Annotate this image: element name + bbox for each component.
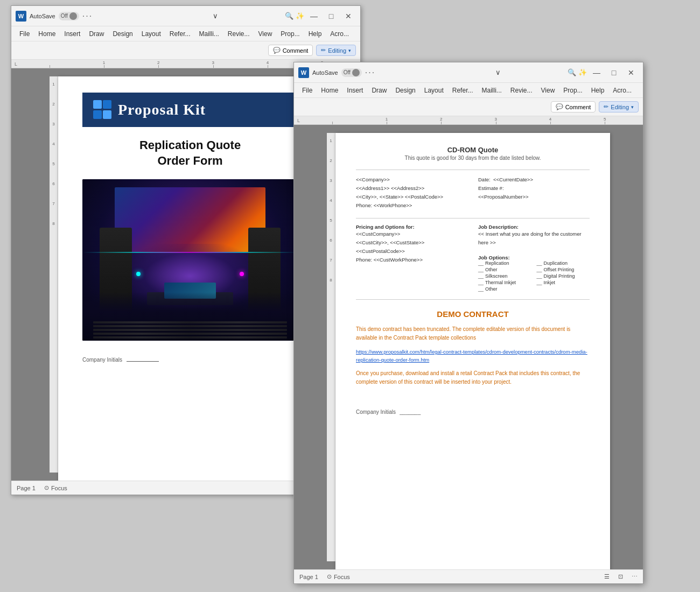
pricing-col: Pricing and Options for: <<CustCompany>>… <box>356 224 467 292</box>
job-options-label: Job Options: <box>478 255 590 260</box>
company-field: <<Company>> <box>356 175 467 184</box>
close-btn-1[interactable]: ✕ <box>341 10 356 22</box>
menu-refer-2[interactable]: Refer... <box>449 85 477 96</box>
title-arrows-1: ∨ <box>213 12 218 20</box>
phone-field: Phone: <<WorkPhone>> <box>356 201 467 210</box>
menu-mail-2[interactable]: Mailli... <box>478 85 505 96</box>
focus-icon-2[interactable]: ⊙ Focus <box>327 573 350 580</box>
cust-city: <<CustCity>>, <<CustState>> <box>356 238 467 247</box>
menu-home-1[interactable]: Home <box>34 29 59 39</box>
page-status-1: Page 1 <box>17 485 36 491</box>
cover-title-line1: Replication Quote <box>82 138 298 153</box>
menu-view-2[interactable]: View <box>537 85 559 96</box>
editing-btn-1[interactable]: ✏ Editing ▾ <box>316 45 356 56</box>
minimize-btn-1[interactable]: — <box>306 10 321 22</box>
menu-file-2[interactable]: File <box>298 85 316 96</box>
logo-sq-3 <box>93 110 102 119</box>
menu-file-1[interactable]: File <box>16 29 33 39</box>
autosave-label-2: AutoSave <box>312 69 338 76</box>
focus-icon-1[interactable]: ⊙ Focus <box>44 484 67 491</box>
vertical-ruler-2: 1 2 3 4 5 6 7 8 <box>327 133 335 561</box>
toggle-dot-2 <box>352 69 360 76</box>
job-desc-text: << Insert what you are doing for the cus… <box>478 230 590 247</box>
option-thermal-label: Thermal Inkjet <box>485 280 516 285</box>
menu-view-1[interactable]: View <box>255 29 276 39</box>
menu-design-1[interactable]: Design <box>109 29 136 39</box>
editing-btn-2[interactable]: ✏ Editing ▾ <box>599 101 639 112</box>
menu-review-2[interactable]: Revie... <box>507 85 536 96</box>
menu-acro-1[interactable]: Acro... <box>326 29 353 39</box>
view-icon-2[interactable]: ☰ <box>604 573 610 580</box>
maximize-btn-1[interactable]: □ <box>324 10 339 22</box>
word-window-2[interactable]: W AutoSave Off ··· ∨ 🔍 ✨ — □ ✕ File Home… <box>293 62 643 584</box>
checkbox-replication: __ <box>478 260 484 266</box>
magic-icon-1[interactable]: ✨ <box>296 12 304 20</box>
doc-subtitle: This quote is good for 30 days from the … <box>356 155 590 161</box>
menu-insert-2[interactable]: Insert <box>343 85 367 96</box>
layout-icon-2[interactable]: ⊡ <box>618 573 623 580</box>
menu-layout-2[interactable]: Layout <box>421 85 447 96</box>
checkbox-duplication: __ <box>537 260 542 266</box>
title-more-2[interactable]: ··· <box>365 68 375 77</box>
autosave-toggle-1[interactable]: Off <box>59 12 79 20</box>
menu-mail-1[interactable]: Mailli... <box>195 29 222 39</box>
proposal-num-field: <<ProposalNumber>> <box>478 193 590 201</box>
menu-draw-2[interactable]: Draw <box>368 85 390 96</box>
demo-text-2: Once you purchase, download and install … <box>356 369 590 386</box>
option-offset: __ Offset Printing <box>537 267 590 272</box>
demo-link[interactable]: https://www.proposalkit.com/htm/legal-co… <box>356 348 590 364</box>
menu-help-2[interactable]: Help <box>587 85 608 96</box>
option-silkscreen: __ Silkscreen <box>478 273 531 279</box>
menu-home-2[interactable]: Home <box>317 85 342 96</box>
toggle-dot-1 <box>69 12 77 20</box>
menu-acro-2[interactable]: Acro... <box>609 85 635 96</box>
option-other1: __ Other <box>478 267 531 272</box>
menu-prop-2[interactable]: Prop... <box>559 85 586 96</box>
minimize-btn-2[interactable]: — <box>589 67 604 79</box>
ruler2-num-2: 2 <box>440 117 442 122</box>
proposal-kit-text: Proposal Kit <box>118 101 206 118</box>
menu-draw-1[interactable]: Draw <box>85 29 108 39</box>
magic-icon-2[interactable]: ✨ <box>578 68 587 76</box>
close-btn-2[interactable]: ✕ <box>624 67 639 79</box>
vr2-tick-7: 7 <box>330 258 332 263</box>
demo-title: DEMO CONTRACT <box>356 309 590 319</box>
comment-btn-2[interactable]: 💬 Comment <box>551 101 596 112</box>
search-icon-1[interactable]: 🔍 <box>285 12 293 20</box>
estimate-field: Estimate #: <box>478 184 590 193</box>
menu-layout-1[interactable]: Layout <box>138 29 165 39</box>
toggle-text-1: Off <box>61 13 68 19</box>
search-icon-2[interactable]: 🔍 <box>568 68 576 76</box>
option-duplication-label: Duplication <box>544 260 568 266</box>
logo-text-upper: Proposal Kit <box>118 101 206 118</box>
page-2: CD-ROM Quote This quote is good for 30 d… <box>335 133 610 569</box>
job-desc-col: Job Description: << Insert what you are … <box>478 224 590 292</box>
doc-area-2: 1 2 3 4 5 6 7 8 CD-ROM Quote This quote … <box>294 125 643 569</box>
date-label: Date: <box>478 177 491 182</box>
scroll-icon-2[interactable]: ⋯ <box>632 573 638 580</box>
date-field: Date: <<CurrentDate>> <box>478 175 590 184</box>
ruler-num-2: 2 <box>157 60 159 65</box>
ruler2-num-3: 3 <box>494 117 496 122</box>
title-controls-2: 🔍 ✨ — □ ✕ <box>568 67 639 79</box>
neon-lines <box>82 252 298 253</box>
concert-scene <box>82 179 298 341</box>
menu-refer-1[interactable]: Refer... <box>166 29 194 39</box>
cust-phone: Phone: <<CustWorkPhone>> <box>356 256 467 264</box>
menu-help-1[interactable]: Help <box>305 29 326 39</box>
menu-bar-1: File Home Insert Draw Design Layout Refe… <box>11 26 360 41</box>
menu-prop-1[interactable]: Prop... <box>277 29 303 39</box>
title-bar-left-2: W AutoSave Off ··· <box>298 67 429 78</box>
maximize-btn-2[interactable]: □ <box>606 67 621 79</box>
menu-review-1[interactable]: Revie... <box>224 29 254 39</box>
cover-header: Proposal Kit <box>82 93 298 127</box>
autosave-toggle-2[interactable]: Off <box>341 68 362 77</box>
word-icon-1: W <box>16 11 26 22</box>
audience-row-4 <box>93 333 287 335</box>
menu-design-2[interactable]: Design <box>391 85 419 96</box>
title-more-1[interactable]: ··· <box>82 11 93 21</box>
job-desc-label: Job Description: <box>478 224 590 230</box>
comment-btn-1[interactable]: 💬 Comment <box>268 45 313 56</box>
menu-insert-1[interactable]: Insert <box>60 29 84 39</box>
title-bar-2: W AutoSave Off ··· ∨ 🔍 ✨ — □ ✕ <box>294 62 643 83</box>
